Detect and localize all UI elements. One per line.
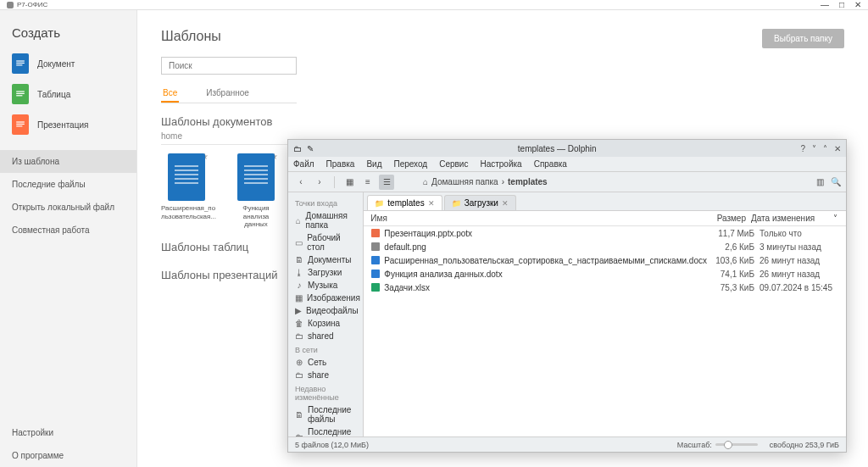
file-row[interactable]: Расширенная_пользовательская_сортировка_… <box>364 253 846 267</box>
dolphin-toolbar: ‹ › ▦ ≡ ☰ ⌂ Домашняя папка › templates ▥… <box>288 172 846 192</box>
edit-icon: ✎ <box>307 144 314 153</box>
app-title: Р7-ОФИС <box>17 1 47 8</box>
file-type-icon <box>370 282 381 292</box>
sidebar-item[interactable]: ⭳Загрузки <box>288 266 363 279</box>
sidebar-item[interactable]: 🗑Корзина <box>288 317 363 330</box>
svg-rect-1 <box>16 63 25 64</box>
file-type-icon <box>370 269 381 279</box>
menu-item[interactable]: Справка <box>534 159 567 169</box>
split-icon[interactable]: ▥ <box>816 177 824 186</box>
sidebar-item[interactable]: 🗀Последние расположения <box>288 425 363 436</box>
place-icon: 🗎 <box>295 256 303 264</box>
dolphin-tabs: templates✕Загрузки✕ <box>364 192 846 211</box>
file-row[interactable]: Презентация.pptx.potx11,7 МиБТолько что <box>364 226 846 240</box>
file-list: Презентация.pptx.potx11,7 МиБТолько чтоd… <box>364 226 846 436</box>
search-icon[interactable]: 🔍 <box>831 177 841 186</box>
maximize-icon[interactable]: □ <box>839 0 844 9</box>
menu-item[interactable]: Настройка <box>480 159 521 169</box>
close-icon[interactable]: ✕ <box>834 144 841 153</box>
folder-icon: 🗀 <box>293 144 302 153</box>
view-icons-button[interactable]: ▦ <box>342 175 357 190</box>
place-icon: ⭳ <box>295 269 303 277</box>
dolphin-title: templates — Dolphin <box>314 144 800 153</box>
file-header[interactable]: Имя Размер Дата изменения ˅ <box>364 211 846 226</box>
menu-item[interactable]: Правка <box>326 159 355 169</box>
svg-rect-3 <box>16 91 25 92</box>
sidebar-item[interactable]: 🗀share <box>288 369 363 381</box>
app-titlebar: Р7-ОФИС — □ ✕ <box>0 0 868 10</box>
maximize-icon[interactable]: ˄ <box>823 144 827 153</box>
footer-item[interactable]: О программе <box>0 444 136 467</box>
place-icon: 🗎 <box>295 410 303 419</box>
doc-type-icon <box>12 84 29 104</box>
menu-item[interactable]: Вид <box>366 159 381 169</box>
dolphin-titlebar[interactable]: 🗀 ✎ templates — Dolphin ? ˅ ˄ ✕ <box>288 140 846 157</box>
forward-button[interactable]: › <box>312 175 327 190</box>
template-item[interactable]: ★Расширенная_по льзовательская... <box>161 153 212 229</box>
file-row[interactable]: Задачи.xlsx75,3 КиБ09.07.2024 в 15:45 <box>364 281 846 294</box>
tab-close-icon[interactable]: ✕ <box>502 199 509 208</box>
zoom-slider[interactable] <box>715 443 758 446</box>
template-thumb-icon <box>237 153 275 201</box>
minimize-icon[interactable]: ˅ <box>812 144 816 153</box>
choose-folder-button[interactable]: Выбрать папку <box>762 29 844 48</box>
sidebar-item[interactable]: ⊕Сеть <box>288 356 363 369</box>
section-documents: Шаблоны документов <box>161 115 844 128</box>
sidebar-item[interactable]: ▭Рабочий стол <box>288 231 363 253</box>
file-type-icon <box>370 228 381 238</box>
svg-rect-2 <box>16 64 22 65</box>
place-icon: ▶ <box>295 307 302 315</box>
view-compact-button[interactable]: ≡ <box>360 175 376 190</box>
menu-item[interactable]: Сервис <box>439 159 468 169</box>
folder-tab[interactable]: templates✕ <box>367 195 442 210</box>
search-input[interactable] <box>161 57 297 75</box>
sidebar-item[interactable]: ⌂Домашняя папка <box>288 209 363 231</box>
sort-indicator-icon: ˅ <box>831 214 839 223</box>
place-icon: ⊕ <box>295 359 303 367</box>
dolphin-sidebar: Точки входа⌂Домашняя папка▭Рабочий стол🗎… <box>288 192 364 436</box>
sidebar-item[interactable]: ▦Изображения <box>288 292 363 304</box>
nav-item[interactable]: Совместная работа <box>0 219 136 242</box>
sidebar-item[interactable]: 🗎Документы <box>288 253 363 266</box>
place-icon: 🗑 <box>295 320 303 328</box>
create-Документ[interactable]: Документ <box>0 48 136 79</box>
create-Таблица[interactable]: Таблица <box>0 79 136 109</box>
menu-item[interactable]: Файл <box>293 159 314 169</box>
svg-rect-7 <box>16 124 25 125</box>
sidebar-item[interactable]: ▶Видеофайлы <box>288 304 363 317</box>
dolphin-menubar: ФайлПравкаВидПереходСервисНастройкаСправ… <box>288 157 846 172</box>
view-details-button[interactable]: ☰ <box>379 175 394 190</box>
tab[interactable]: Избранное <box>204 85 251 103</box>
create-title: Создать <box>0 25 136 48</box>
close-icon[interactable]: ✕ <box>854 0 861 9</box>
folder-icon <box>375 198 384 208</box>
nav-item[interactable]: Последние файлы <box>0 173 136 196</box>
tab[interactable]: Все <box>161 85 179 103</box>
minimize-icon[interactable]: — <box>821 0 829 9</box>
nav-item[interactable]: Из шаблона <box>0 150 136 173</box>
sidebar-item[interactable]: 🗎Последние файлы <box>288 403 363 425</box>
folder-tab[interactable]: Загрузки✕ <box>444 195 516 210</box>
menu-item[interactable]: Переход <box>393 159 427 169</box>
tab-close-icon[interactable]: ✕ <box>428 199 435 208</box>
home-icon: ⌂ <box>423 177 428 186</box>
app-sidebar: Создать ДокументТаблицаПрезентация Из ша… <box>0 10 137 467</box>
nav-item[interactable]: Открыть локальный файл <box>0 196 136 219</box>
footer-item[interactable]: Настройки <box>0 421 136 444</box>
svg-rect-0 <box>16 60 25 61</box>
back-button[interactable]: ‹ <box>293 175 309 190</box>
file-row[interactable]: Функция анализа данных.dotx74,1 КиБ26 ми… <box>364 267 846 281</box>
path-bar[interactable]: ⌂ Домашняя папка › templates <box>423 177 548 186</box>
place-icon: ▭ <box>295 238 303 247</box>
file-type-icon <box>370 255 381 265</box>
file-row[interactable]: default.png2,6 КиБ3 минуты назад <box>364 240 846 253</box>
create-Презентация[interactable]: Презентация <box>0 109 136 140</box>
sidebar-item[interactable]: ♪Музыка <box>288 279 363 292</box>
folder-icon <box>452 198 461 208</box>
svg-rect-4 <box>16 93 25 94</box>
help-icon[interactable]: ? <box>800 144 805 153</box>
svg-rect-8 <box>16 125 22 126</box>
template-item[interactable]: ★Функция анализа данных <box>231 153 281 229</box>
svg-rect-5 <box>16 95 22 96</box>
sidebar-item[interactable]: 🗀shared <box>288 330 363 342</box>
